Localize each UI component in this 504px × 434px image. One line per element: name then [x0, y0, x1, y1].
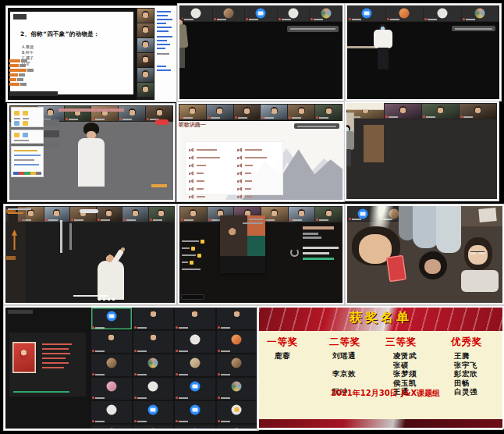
participant-thumbnail — [149, 207, 175, 222]
mic-icon — [66, 118, 79, 120]
winner-name: 王腾 — [454, 351, 477, 361]
mic-icon — [316, 116, 329, 119]
meeting-notification — [294, 123, 339, 129]
participant-tile — [133, 401, 174, 423]
winner-name: 张硕 — [393, 361, 417, 370]
participant-grid — [91, 308, 257, 429]
winner-name: 白灵强 — [454, 387, 477, 397]
participant-thumbnail — [315, 207, 342, 222]
mic-icon — [134, 397, 147, 399]
winner-name: 张宇飞 — [454, 361, 477, 370]
participant-tile — [175, 331, 215, 353]
winner-name: 鹿蓉 — [275, 351, 290, 361]
screenshot-collage: 2、俗称“四不象”的动物是： A.麋鹿 B.羚牛 C.骡子 D.驴 — [0, 0, 504, 434]
awards-bottom-strip — [259, 419, 502, 428]
mic-icon — [349, 218, 362, 220]
participant-tile — [175, 425, 215, 430]
mic-icon — [71, 219, 84, 221]
order-song-button — [155, 119, 169, 125]
panel-hotel-room — [345, 101, 499, 201]
meeting-title-label — [8, 310, 33, 314]
participant-tile — [91, 331, 132, 353]
song-quiz-slide: 听歌识曲一 — [179, 121, 343, 200]
mic-icon — [246, 18, 259, 20]
winner-name: 李京效 — [332, 369, 356, 379]
mic-icon — [176, 397, 189, 399]
mic-icon — [289, 219, 303, 221]
participant-tile — [91, 401, 132, 423]
panel-livingroom-dance — [346, 4, 501, 101]
participant-tile — [133, 331, 174, 353]
mic-icon — [387, 18, 400, 20]
participant-tile — [133, 354, 174, 376]
participant-video — [137, 83, 154, 97]
progress-bar — [13, 391, 69, 393]
participant-thumbnail — [97, 207, 122, 222]
control-keys — [98, 298, 115, 301]
spinner-icon — [290, 248, 299, 257]
panel-mv-share — [4, 205, 176, 304]
winner-name: 田畅 — [454, 379, 477, 388]
mic-icon — [423, 116, 436, 118]
excellence-prize-names: 王腾 张宇飞 彭宏欣 田畅 白灵强 — [454, 351, 477, 397]
thumbnail-strip — [347, 5, 499, 22]
participant-thumbnail — [288, 105, 314, 119]
folder-window-small — [11, 130, 44, 144]
participant-thumbnail — [261, 207, 288, 222]
quiz-slide: 2、俗称“四不象”的动物是： A.麋鹿 B.羚牛 C.骡子 D.驴 — [10, 12, 133, 94]
panel-music-app-share — [8, 104, 175, 201]
mic-icon — [176, 373, 189, 375]
mic-icon — [176, 350, 189, 352]
panel-dorm-dance — [178, 4, 344, 101]
participant-thumbnail — [207, 105, 233, 119]
participant-thumbnail — [234, 105, 261, 119]
quiz-options: A.麋鹿 B.羚牛 C.骡子 D.驴 — [22, 44, 34, 66]
speaker-icon — [189, 155, 194, 161]
shared-content — [9, 333, 86, 397]
lyrics-tag — [151, 184, 167, 187]
panel-awards-slide: 获奖名单 一等奖 二等奖 三等奖 优秀奖 鹿蓉 刘瑶通 李京效 阮冲 凌贤武 张… — [257, 306, 504, 429]
participant-thumbnail — [310, 6, 342, 21]
mic-icon — [289, 116, 302, 119]
mic-icon — [92, 326, 105, 329]
mic-icon — [311, 18, 324, 20]
participant-tile — [217, 425, 257, 430]
participant-tile — [91, 308, 132, 329]
mic-icon — [218, 326, 231, 329]
mic-icon — [463, 18, 476, 20]
participant-tile — [217, 354, 257, 376]
winner-name: 凌贤武 — [393, 351, 417, 361]
speaker-icon — [189, 179, 194, 184]
panel-quiz-meeting: 2、俗称“四不象”的动物是： A.麋鹿 B.羚牛 C.骡子 D.驴 — [6, 6, 176, 101]
tier-excellence: 优秀奖 — [451, 336, 483, 349]
participant-video — [137, 53, 154, 67]
mic-icon — [176, 326, 189, 329]
participant-thumbnail — [348, 6, 385, 21]
participant-thumbnail — [245, 6, 277, 21]
mic-icon — [385, 116, 399, 118]
mic-icon — [460, 116, 474, 118]
mic-icon — [424, 18, 438, 20]
winner-name: 彭宏欣 — [454, 369, 477, 379]
participant-tile — [217, 378, 257, 400]
mic-icon — [279, 18, 292, 20]
awards-date: 2021年12月30日 — [331, 388, 398, 399]
participant-video — [137, 68, 154, 82]
participant-thumbnail — [261, 105, 287, 119]
mic-icon — [218, 397, 231, 399]
lyrics-column — [60, 220, 62, 253]
participant-thumbnail — [180, 207, 207, 222]
participant-video — [137, 9, 154, 23]
participant-thumbnail — [315, 105, 342, 119]
thumbnail-strip — [179, 104, 343, 120]
progress-pill — [80, 209, 98, 213]
participant-tile — [133, 425, 174, 430]
mic-icon — [119, 118, 133, 120]
mic-icon — [214, 18, 227, 20]
speaker-icon — [237, 171, 243, 176]
participant-thumbnail — [180, 6, 212, 21]
desktop-side-windows — [9, 105, 45, 181]
mic-icon — [134, 420, 147, 422]
speaker-icon — [237, 148, 243, 153]
speaker-icon — [189, 187, 194, 192]
